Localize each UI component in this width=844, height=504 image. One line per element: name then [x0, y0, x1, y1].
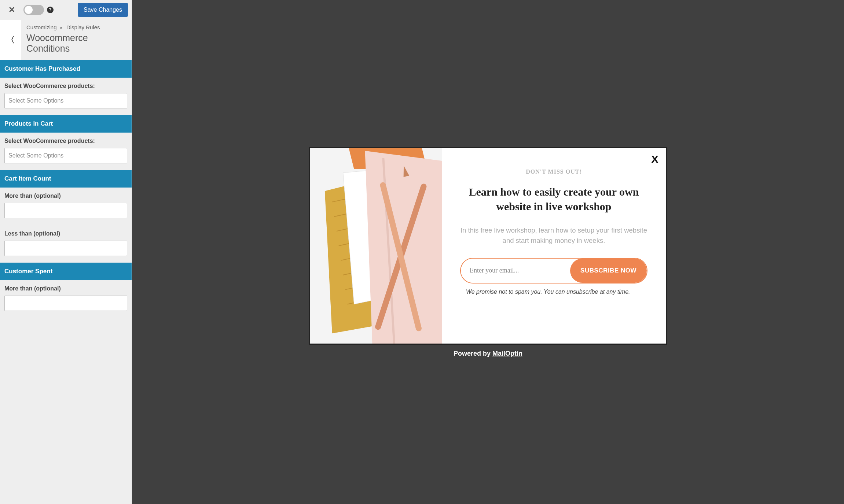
modal-subhead: In this free live workshop, learn how to… — [460, 225, 647, 246]
close-icon: X — [651, 153, 658, 165]
powered-brand-link[interactable]: MailOptin — [492, 350, 522, 357]
item-count-less-input[interactable] — [4, 241, 127, 256]
modal-image — [310, 148, 442, 344]
spent-more-input[interactable] — [4, 296, 127, 311]
breadcrumb-area: 〈 Customizing ▸ Display Rules Woocommerc… — [0, 20, 132, 60]
help-icon[interactable]: ? — [47, 7, 54, 13]
select-placeholder: Select Some Options — [8, 152, 63, 159]
field-label: More than (optional) — [4, 285, 127, 292]
subscribe-button[interactable]: SUBSCRIBE NOW — [570, 259, 647, 283]
field-purchased-products: Select WooCommerce products: Select Some… — [0, 78, 132, 115]
field-item-count-more: More than (optional) — [0, 188, 132, 225]
customizer-sidebar: ✕ ? Save Changes 〈 Customizing ▸ Display… — [0, 0, 132, 504]
field-label: Select WooCommerce products: — [4, 83, 127, 89]
section-header-item-count: Cart Item Count — [0, 170, 132, 188]
field-label: Select WooCommerce products: — [4, 138, 127, 144]
breadcrumb-root: Customizing — [26, 24, 57, 30]
field-in-cart-products: Select WooCommerce products: Select Some… — [0, 133, 132, 170]
field-spent-more: More than (optional) — [0, 280, 132, 318]
page-title: Woocommerce Conditions — [26, 33, 126, 54]
status-toggle[interactable] — [23, 5, 44, 15]
modal-eyebrow: DON'T MISS OUT! — [526, 168, 582, 175]
email-field[interactable] — [461, 259, 570, 283]
field-label: Less than (optional) — [4, 230, 127, 237]
breadcrumb: Customizing ▸ Display Rules — [26, 24, 126, 30]
section-header-spent: Customer Spent — [0, 263, 132, 280]
powered-prefix: Powered by — [454, 350, 492, 357]
close-customizer-button[interactable]: ✕ — [4, 3, 20, 16]
save-button[interactable]: Save Changes — [78, 3, 128, 17]
preview-pane: X — [132, 0, 844, 504]
customizer-topbar: ✕ ? Save Changes — [0, 0, 132, 20]
modal-body: DON'T MISS OUT! Learn how to easily crea… — [442, 148, 666, 344]
powered-by: Powered by MailOptin — [454, 350, 522, 357]
modal-headline: Learn how to easily create your own webs… — [460, 185, 647, 214]
back-button[interactable]: 〈 — [0, 20, 21, 60]
breadcrumb-parent: Display Rules — [66, 24, 100, 30]
modal-disclaimer: We promise not to spam you. You can unsu… — [466, 289, 630, 295]
email-form: SUBSCRIBE NOW — [460, 258, 647, 284]
notebook-illustration — [310, 148, 442, 344]
item-count-more-input[interactable] — [4, 203, 127, 218]
field-label: More than (optional) — [4, 193, 127, 199]
field-item-count-less: Less than (optional) — [0, 225, 132, 263]
select-placeholder: Select Some Options — [8, 97, 63, 104]
section-header-in-cart: Products in Cart — [0, 115, 132, 133]
close-icon: ✕ — [8, 5, 15, 15]
chevron-left-icon: 〈 — [7, 34, 15, 45]
optin-modal: X — [309, 147, 667, 345]
breadcrumb-text: Customizing ▸ Display Rules Woocommerce … — [21, 20, 132, 60]
in-cart-products-select[interactable]: Select Some Options — [4, 148, 127, 163]
breadcrumb-sep-icon: ▸ — [60, 25, 63, 30]
modal-close-button[interactable]: X — [651, 153, 658, 166]
toggle-area: ? — [23, 5, 74, 15]
sidebar-scroll[interactable]: Customer Has Purchased Select WooCommerc… — [0, 60, 132, 504]
purchased-products-select[interactable]: Select Some Options — [4, 93, 127, 108]
section-header-purchased: Customer Has Purchased — [0, 60, 132, 78]
